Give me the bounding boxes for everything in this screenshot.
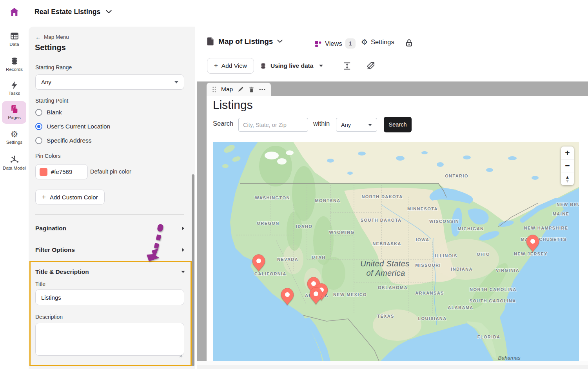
- add-view-button[interactable]: + Add View: [207, 58, 254, 74]
- unlock-icon: [405, 38, 413, 47]
- search-label: Search: [213, 120, 233, 127]
- radio-specific-address[interactable]: Specific Address: [35, 137, 92, 144]
- svg-text:NEW MEXICO: NEW MEXICO: [333, 292, 367, 297]
- svg-text:VIRGINIA: VIRGINIA: [496, 268, 519, 273]
- title-field-label: Title: [35, 281, 45, 287]
- svg-text:SOUTH CAROLINA: SOUTH CAROLINA: [469, 298, 516, 303]
- chevron-down-icon: [319, 65, 323, 67]
- search-button[interactable]: Search: [384, 117, 412, 132]
- widget-tab-label: Map: [221, 86, 233, 93]
- add-custom-color-label: Add Custom Color: [50, 194, 98, 201]
- radius-select[interactable]: Any: [336, 118, 377, 132]
- starting-range-select[interactable]: Any: [35, 74, 184, 90]
- sidebar-item-settings[interactable]: ⚙ Settings: [0, 130, 29, 145]
- title-description-section-toggle[interactable]: Title & Description: [35, 267, 185, 277]
- description-textarea[interactable]: [35, 323, 184, 356]
- widget-heading: Listings: [213, 98, 253, 112]
- more-options-icon[interactable]: [259, 89, 265, 90]
- resize-height-icon: [343, 62, 352, 71]
- pin-color-description: Default pin color: [90, 168, 131, 175]
- views-button[interactable]: Views 1: [314, 38, 356, 49]
- plus-icon: +: [214, 62, 218, 70]
- svg-text:ALABAMA: ALABAMA: [448, 305, 473, 310]
- svg-text:WYOMING: WYOMING: [329, 230, 355, 235]
- description-field-label: Description: [35, 314, 63, 320]
- svg-text:ILLINOIS: ILLINOIS: [435, 253, 457, 258]
- page-settings-button[interactable]: ⚙ Settings: [361, 38, 394, 46]
- svg-text:MICHIGAN: MICHIGAN: [458, 226, 484, 231]
- resize-height-button[interactable]: [343, 62, 352, 72]
- svg-text:UTAH: UTAH: [312, 255, 325, 260]
- radio-selected-icon: [35, 123, 42, 130]
- pin-color-field[interactable]: #fe7569: [35, 164, 88, 179]
- chevron-right-icon: [182, 248, 184, 252]
- svg-text:NEW HAMPSHIRE: NEW HAMPSHIRE: [524, 226, 568, 230]
- svg-text:OHIO: OHIO: [477, 252, 490, 257]
- sidebar-item-label: Data: [9, 42, 19, 47]
- map-canvas[interactable]: WASHINGTONOREGONIDAHOMONTANAWYOMINGNORTH…: [213, 142, 579, 361]
- chevron-down-icon: [174, 81, 178, 83]
- home-icon: [9, 7, 20, 17]
- lightning-icon: [10, 81, 19, 90]
- chevron-down-icon: [368, 124, 372, 126]
- panel-scrollbar[interactable]: [192, 174, 194, 366]
- edit-pencil-icon[interactable]: [238, 86, 244, 92]
- page-title-group[interactable]: Map of Listings: [207, 37, 283, 46]
- svg-text:NEBRASKA: NEBRASKA: [372, 241, 401, 246]
- drag-handle-icon[interactable]: [212, 86, 216, 93]
- svg-text:TEXAS: TEXAS: [377, 314, 394, 318]
- sidebar-item-data[interactable]: Data: [0, 31, 29, 47]
- title-description-label: Title & Description: [35, 268, 89, 275]
- live-data-label: Using live data: [270, 62, 313, 69]
- map-widget: Listings Search within Any Search: [207, 96, 588, 361]
- tilt-button[interactable]: ▲ ▼: [561, 172, 574, 185]
- sidebar-item-pages[interactable]: Pages: [0, 104, 29, 120]
- svg-text:NEVADA: NEVADA: [277, 257, 298, 262]
- lock-button[interactable]: [405, 38, 413, 49]
- sidebar-item-records[interactable]: Records: [0, 56, 29, 72]
- svg-text:United States: United States: [360, 259, 409, 268]
- table-icon: [10, 31, 19, 41]
- back-to-map-menu[interactable]: ← Map Menu: [35, 34, 69, 40]
- app-title-row[interactable]: Real Estate Listings: [34, 5, 112, 18]
- next-widget-peek: [197, 361, 588, 369]
- svg-text:of America: of America: [367, 269, 405, 277]
- main-canvas: Map of Listings Views 1 ⚙ Settings: [195, 24, 588, 369]
- trash-icon[interactable]: [249, 86, 254, 93]
- sidebar-item-label: Records: [6, 67, 23, 72]
- divider: [35, 214, 184, 215]
- svg-text:NORTH DAKOTA: NORTH DAKOTA: [361, 194, 403, 199]
- chevron-down-icon: [277, 40, 283, 43]
- pagination-label: Pagination: [35, 225, 66, 232]
- hide-tags-button[interactable]: [366, 61, 376, 72]
- widget-selection-side: [197, 81, 207, 361]
- radio-blank[interactable]: Blank: [35, 109, 62, 116]
- map-image: WASHINGTONOREGONIDAHOMONTANAWYOMINGNORTH…: [213, 142, 579, 361]
- pages-icon: [9, 104, 19, 114]
- sidebar-item-tasks[interactable]: Tasks: [0, 81, 29, 96]
- radio-users-current-location[interactable]: User's Current Location: [35, 123, 110, 130]
- svg-text:ARKANSAS: ARKANSAS: [415, 291, 444, 295]
- filter-options-label: Filter Options: [35, 246, 75, 253]
- zoom-out-button[interactable]: −: [561, 159, 574, 172]
- settings-panel: ← Map Menu Settings Starting Range Any S…: [29, 27, 195, 369]
- zoom-in-button[interactable]: +: [561, 147, 574, 159]
- gear-icon: ⚙: [11, 130, 18, 139]
- svg-text:NEW BRU: NEW BRU: [557, 202, 579, 207]
- svg-text:ONTARIO: ONTARIO: [445, 174, 468, 178]
- title-input[interactable]: [35, 289, 184, 305]
- home-button[interactable]: [7, 5, 21, 19]
- widget-tab[interactable]: Map: [207, 83, 271, 96]
- live-data-dropdown[interactable]: Using live data: [260, 58, 323, 74]
- search-input[interactable]: [238, 118, 308, 132]
- svg-text:MINNESOTA: MINNESOTA: [407, 206, 438, 211]
- svg-text:SOUTH DAKOTA: SOUTH DAKOTA: [361, 218, 402, 222]
- add-custom-color-button[interactable]: + Add Custom Color: [35, 190, 105, 204]
- sidebar-item-label: Settings: [6, 140, 23, 145]
- views-icon: [314, 40, 322, 47]
- svg-text:OKLAHOMA: OKLAHOMA: [378, 285, 408, 290]
- tilt-up-icon: ▲: [565, 175, 570, 179]
- starting-range-label: Starting Range: [35, 64, 72, 71]
- sidebar-item-data-model[interactable]: Data Model: [0, 155, 29, 170]
- svg-text:NORTH CAROLINA: NORTH CAROLINA: [470, 287, 517, 292]
